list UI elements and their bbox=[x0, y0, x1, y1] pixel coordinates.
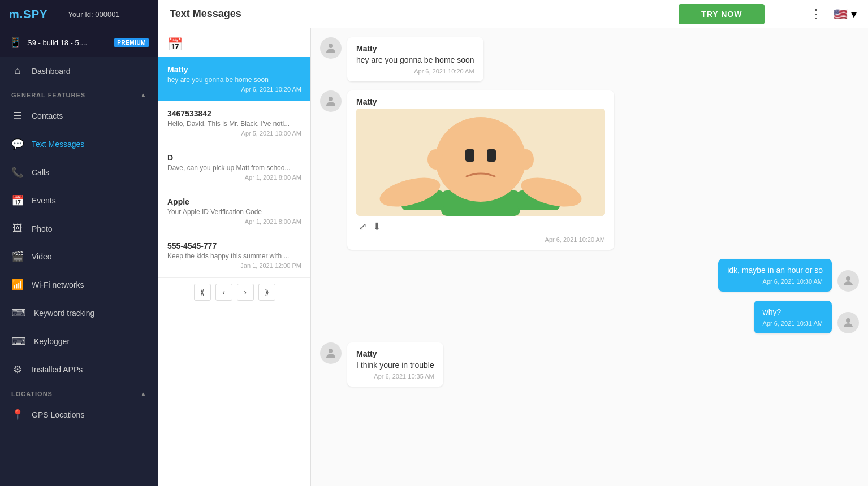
premium-badge: PREMIUM bbox=[114, 38, 149, 47]
message-bubble: Matty hey are you gonna be home soon Apr… bbox=[320, 37, 659, 81]
sidebar-item-video[interactable]: 🎬 Video bbox=[0, 242, 158, 271]
sidebar-item-keylogger[interactable]: ⌨ Keylogger bbox=[0, 327, 158, 355]
avatar bbox=[320, 342, 342, 364]
calendar-bar: 📅 bbox=[158, 28, 310, 57]
pagination: ⟪ ‹ › ⟫ bbox=[158, 277, 310, 306]
svg-point-13 bbox=[846, 276, 850, 281]
svg-point-11 bbox=[427, 149, 443, 170]
logo-m: m. bbox=[9, 8, 23, 20]
events-icon: 📅 bbox=[11, 194, 24, 207]
conversation-sender: Apple bbox=[167, 197, 301, 206]
svg-point-14 bbox=[846, 318, 850, 323]
list-item[interactable]: D Dave, can you pick up Matt from schoo.… bbox=[158, 145, 310, 189]
conversation-preview: Hello, David. This is Mr. Black. I've no… bbox=[167, 120, 301, 128]
bubble-text: idk, maybe in an hour or so bbox=[727, 266, 823, 275]
list-item[interactable]: 3467533842 Hello, David. This is Mr. Bla… bbox=[158, 101, 310, 145]
first-page-button[interactable]: ⟪ bbox=[194, 284, 211, 301]
keylogger-icon: ⌨ bbox=[11, 335, 26, 348]
sidebar-item-wifi[interactable]: 📶 Wi-Fi networks bbox=[0, 271, 158, 299]
svg-point-15 bbox=[329, 349, 333, 353]
locations-section: LOCATIONS ▲ bbox=[0, 384, 158, 401]
chat-area: Matty hey are you gonna be home soon Apr… bbox=[311, 28, 868, 486]
apps-icon: ⚙ bbox=[11, 363, 24, 376]
sidebar-item-calls[interactable]: 📞 Calls bbox=[0, 158, 158, 186]
sidebar-item-installed-apps[interactable]: ⚙ Installed APPs bbox=[0, 355, 158, 384]
conversation-preview: Keep the kids happy this summer with ... bbox=[167, 252, 301, 260]
sidebar-label-wifi: Wi-Fi networks bbox=[32, 280, 84, 289]
conversation-sender: Matty bbox=[167, 65, 301, 74]
bubble-text: why? bbox=[763, 307, 823, 316]
messages-icon: 💬 bbox=[11, 138, 24, 150]
avatar bbox=[320, 37, 342, 59]
more-options-icon[interactable]: ⋮ bbox=[810, 7, 822, 21]
list-item[interactable]: Apple Your Apple ID Verification Code Ap… bbox=[158, 189, 310, 233]
sidebar-item-events[interactable]: 📅 Events bbox=[0, 186, 158, 215]
message-bubble-right: why? Apr 6, 2021 10:31 AM bbox=[320, 301, 859, 333]
svg-rect-10 bbox=[487, 149, 496, 162]
bubble-time: Apr 6, 2021 10:20 AM bbox=[356, 236, 605, 243]
gps-icon: 📍 bbox=[11, 409, 24, 421]
bubble-sender: Matty bbox=[356, 44, 474, 53]
user-id: Your Id: 000001 bbox=[68, 10, 119, 19]
message-bubble: Matty bbox=[320, 90, 659, 250]
try-now-button[interactable]: TRY NOW bbox=[679, 4, 765, 24]
video-icon: 🎬 bbox=[11, 250, 24, 263]
last-page-button[interactable]: ⟫ bbox=[258, 284, 275, 301]
sidebar-label-gps: GPS Locations bbox=[32, 410, 84, 419]
sidebar-item-photo[interactable]: 🖼 Photo bbox=[0, 215, 158, 242]
bubble-time: Apr 6, 2021 10:20 AM bbox=[356, 68, 474, 75]
sidebar-item-text-messages[interactable]: 💬 Text Messages bbox=[0, 130, 158, 158]
sidebar-item-keyword-tracking[interactable]: ⌨ Keyword tracking bbox=[0, 299, 158, 327]
bubble-time: Apr 6, 2021 10:35 AM bbox=[356, 373, 434, 380]
prev-page-button[interactable]: ‹ bbox=[215, 284, 232, 301]
sidebar-label-video: Video bbox=[32, 252, 52, 261]
svg-point-0 bbox=[329, 44, 333, 48]
conversation-preview: hey are you gonna be home soon bbox=[167, 76, 301, 84]
bubble-content: why? Apr 6, 2021 10:31 AM bbox=[754, 301, 832, 333]
avatar bbox=[320, 90, 342, 112]
sidebar-item-gps[interactable]: 📍 GPS Locations bbox=[0, 401, 158, 429]
media-actions: ⤢ ⬇ bbox=[356, 216, 605, 233]
avatar bbox=[837, 270, 859, 292]
message-bubble: Matty I think youre in trouble Apr 6, 20… bbox=[320, 342, 659, 387]
svg-point-12 bbox=[518, 149, 534, 170]
sidebar-label-keylogger: Keylogger bbox=[34, 337, 70, 346]
conversation-time: Jan 1, 2021 12:00 PM bbox=[167, 262, 301, 269]
wifi-icon: 📶 bbox=[11, 279, 24, 291]
avatar bbox=[837, 312, 859, 333]
bubble-time: Apr 6, 2021 10:30 AM bbox=[727, 278, 823, 285]
conversation-sender: 3467533842 bbox=[167, 109, 301, 118]
home-icon: ⌂ bbox=[11, 65, 24, 77]
device-icon: 📱 bbox=[9, 36, 21, 49]
conversation-sender: 555-4545-777 bbox=[167, 241, 301, 250]
conversation-preview: Dave, can you pick up Matt from schoo... bbox=[167, 164, 301, 172]
list-item[interactable]: 555-4545-777 Keep the kids happy this su… bbox=[158, 233, 310, 277]
message-bubble-right: idk, maybe in an hour or so Apr 6, 2021 … bbox=[320, 259, 859, 292]
logo: m.SPY bbox=[9, 8, 47, 21]
bubble-content: Matty bbox=[347, 90, 614, 250]
sidebar-item-contacts[interactable]: ☰ Contacts bbox=[0, 102, 158, 130]
sidebar-item-dashboard[interactable]: ⌂ Dashboard bbox=[0, 57, 158, 85]
device-bar[interactable]: 📱 S9 - build 18 - 5.... PREMIUM bbox=[0, 28, 158, 57]
svg-point-8 bbox=[435, 117, 526, 202]
bubble-sender: Matty bbox=[356, 349, 434, 358]
device-name: S9 - build 18 - 5.... bbox=[27, 38, 108, 47]
download-media-button[interactable]: ⬇ bbox=[373, 220, 381, 233]
bubble-text: I think youre in trouble bbox=[356, 361, 434, 370]
sidebar-label-dashboard: Dashboard bbox=[32, 67, 71, 76]
bubble-sender: Matty bbox=[356, 97, 605, 106]
conversation-time: Apr 1, 2021 8:00 AM bbox=[167, 218, 301, 225]
svg-point-1 bbox=[329, 97, 333, 101]
next-page-button[interactable]: › bbox=[237, 284, 254, 301]
bubble-content: Matty hey are you gonna be home soon Apr… bbox=[347, 37, 483, 81]
bubble-time: Apr 6, 2021 10:31 AM bbox=[763, 320, 823, 327]
sidebar-label-photo: Photo bbox=[32, 224, 53, 233]
conversation-preview: Your Apple ID Verification Code bbox=[167, 208, 301, 216]
list-item[interactable]: Matty hey are you gonna be home soon Apr… bbox=[158, 57, 310, 101]
page-title: Text Messages bbox=[170, 8, 667, 20]
photo-icon: 🖼 bbox=[11, 223, 24, 235]
calendar-icon[interactable]: 📅 bbox=[167, 37, 183, 51]
bubble-text: hey are you gonna be home soon bbox=[356, 55, 474, 64]
expand-media-button[interactable]: ⤢ bbox=[359, 220, 367, 233]
language-flag-icon[interactable]: 🇺🇸 ▾ bbox=[834, 7, 857, 21]
